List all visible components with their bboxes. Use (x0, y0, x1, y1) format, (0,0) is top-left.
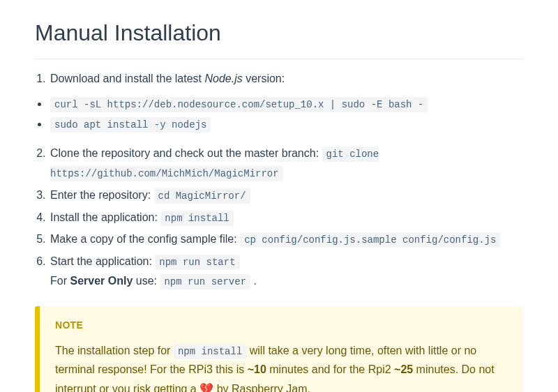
step-2-text: Clone the repository and check out the m… (50, 147, 322, 159)
note-title: NOTE (55, 317, 508, 334)
command-item-1: curl -sL https://deb.nodesource.com/setu… (49, 94, 523, 114)
note-text-1: The installation step for (55, 345, 174, 356)
step-6-line2-pre: For (50, 275, 70, 287)
step-1: Download and install the latest Node.js … (49, 69, 523, 88)
note-text-3: minutes and for the Rpi2 (266, 363, 394, 375)
step-6-server-only: Server Only (70, 275, 133, 287)
install-commands: curl -sL https://deb.nodesource.com/setu… (35, 94, 523, 135)
note-bold-10min: ~10 (248, 363, 266, 375)
step-6-text: Start the application: (50, 255, 155, 267)
install-steps-part1: Download and install the latest Node.js … (35, 69, 523, 88)
step-5-text: Make a copy of the config sample file: (50, 233, 240, 245)
step-6-code: npm run start (155, 255, 239, 270)
note-bold-25min: ~25 (394, 363, 413, 375)
step-3-text: Enter the repository: (50, 189, 154, 201)
page-title: Manual Installation (35, 14, 523, 59)
step-1-nodejs: Node.js (204, 73, 242, 84)
note-code-npm-install: npm install (174, 344, 246, 359)
note-callout: NOTE The installation step for npm insta… (35, 306, 523, 392)
step-6: Start the application: npm run start For… (49, 252, 523, 291)
step-5-code: cp config/config.js.sample config/config… (240, 232, 500, 248)
step-6-line2-end: . (250, 275, 257, 287)
step-1-text-pre: Download and install the latest (50, 73, 204, 84)
step-4-code: npm install (160, 211, 233, 226)
install-steps-part2: Clone the repository and check out the m… (35, 144, 523, 291)
broken-heart-icon: 💔 (199, 383, 213, 392)
step-6-line2-mid: use: (133, 275, 160, 287)
note-body: The installation step for npm install wi… (55, 341, 508, 392)
command-code-1: curl -sL https://deb.nodesource.com/setu… (50, 97, 428, 112)
step-1-text-post: version: (243, 73, 285, 84)
step-3-code: cd MagicMirror/ (154, 188, 250, 204)
step-5: Make a copy of the config sample file: c… (49, 229, 523, 249)
note-text-5: by Raspberry Jam. (213, 383, 310, 392)
step-4: Install the application: npm install (49, 208, 523, 227)
step-2: Clone the repository and check out the m… (49, 144, 523, 183)
command-code-2: sudo apt install -y nodejs (50, 117, 211, 133)
command-item-2: sudo apt install -y nodejs (49, 114, 523, 134)
step-3: Enter the repository: cd MagicMirror/ (49, 186, 523, 205)
step-6-line2-code: npm run server (160, 274, 250, 289)
step-4-text: Install the application: (50, 211, 160, 223)
